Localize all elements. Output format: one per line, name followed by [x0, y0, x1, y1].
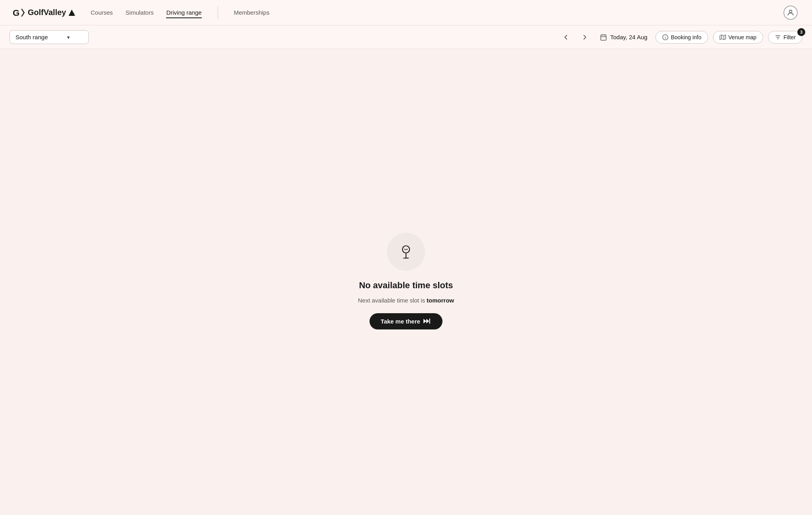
subtitle-bold: tomorrow — [427, 297, 454, 304]
svg-point-3 — [789, 10, 792, 13]
user-profile-button[interactable] — [782, 4, 799, 21]
venue-map-button[interactable]: Venue map — [713, 31, 763, 44]
current-date-label: Today, 24 Aug — [610, 34, 647, 40]
user-avatar — [783, 6, 798, 20]
navbar: G GolfValley Courses Simulators Driving … — [0, 0, 812, 25]
nav-links: Courses Simulators Driving range — [91, 9, 202, 16]
nav-item-simulators[interactable]: Simulators — [126, 9, 154, 16]
brand-mountain-icon — [69, 9, 75, 17]
nav-divider — [218, 6, 218, 19]
filter-badge: 3 — [797, 28, 805, 36]
subtitle-prefix: Next available time slot is — [358, 297, 427, 304]
toolbar: South range ▾ Today, 24 Aug — [0, 25, 812, 49]
range-dropdown-value: South range — [15, 34, 48, 40]
logo-icon: G — [13, 6, 25, 19]
prev-date-button[interactable] — [559, 31, 573, 44]
toolbar-left: South range ▾ — [10, 30, 89, 44]
golf-tee-icon — [396, 241, 416, 262]
take-me-there-button[interactable]: Take me there — [370, 313, 442, 329]
brand-name: GolfValley — [28, 8, 66, 17]
no-slots-subtitle: Next available time slot is tomorrow — [358, 297, 454, 304]
chevron-down-icon: ▾ — [67, 34, 70, 40]
svg-marker-19 — [423, 319, 426, 323]
fast-forward-icon — [423, 318, 431, 324]
navbar-right — [782, 4, 799, 21]
next-date-button[interactable] — [578, 31, 592, 44]
arrow-right-icon — [581, 33, 589, 41]
svg-rect-4 — [601, 35, 606, 40]
filter-icon — [775, 34, 781, 40]
map-icon — [720, 34, 726, 40]
range-dropdown[interactable]: South range ▾ — [10, 30, 89, 44]
info-icon — [662, 34, 668, 40]
navbar-left: G GolfValley Courses Simulators Driving … — [13, 6, 270, 19]
filter-label: Filter — [783, 34, 796, 40]
calendar-icon — [600, 34, 607, 41]
svg-marker-20 — [426, 319, 429, 323]
nav-item-memberships[interactable]: Memberships — [234, 9, 270, 16]
svg-text:G: G — [13, 8, 19, 18]
arrow-left-icon — [562, 33, 570, 41]
nav-item-driving-range[interactable]: Driving range — [166, 9, 201, 16]
booking-info-button[interactable]: Booking info — [655, 31, 708, 44]
booking-info-label: Booking info — [671, 34, 701, 40]
user-icon — [787, 9, 795, 17]
venue-map-label: Venue map — [728, 34, 756, 40]
logo[interactable]: G GolfValley — [13, 6, 75, 19]
toolbar-right: Today, 24 Aug Booking info Venue map — [559, 31, 802, 44]
no-slots-title: No available time slots — [359, 280, 453, 291]
svg-point-16 — [402, 246, 410, 253]
main-content: No available time slots Next available t… — [0, 49, 812, 513]
nav-links-secondary: Memberships — [234, 9, 270, 16]
nav-item-courses[interactable]: Courses — [91, 9, 113, 16]
golf-icon-container — [387, 233, 425, 271]
filter-button[interactable]: Filter 3 — [768, 31, 802, 44]
take-me-label: Take me there — [381, 318, 420, 325]
date-display: Today, 24 Aug — [597, 34, 651, 41]
empty-state: No available time slots Next available t… — [358, 233, 454, 329]
